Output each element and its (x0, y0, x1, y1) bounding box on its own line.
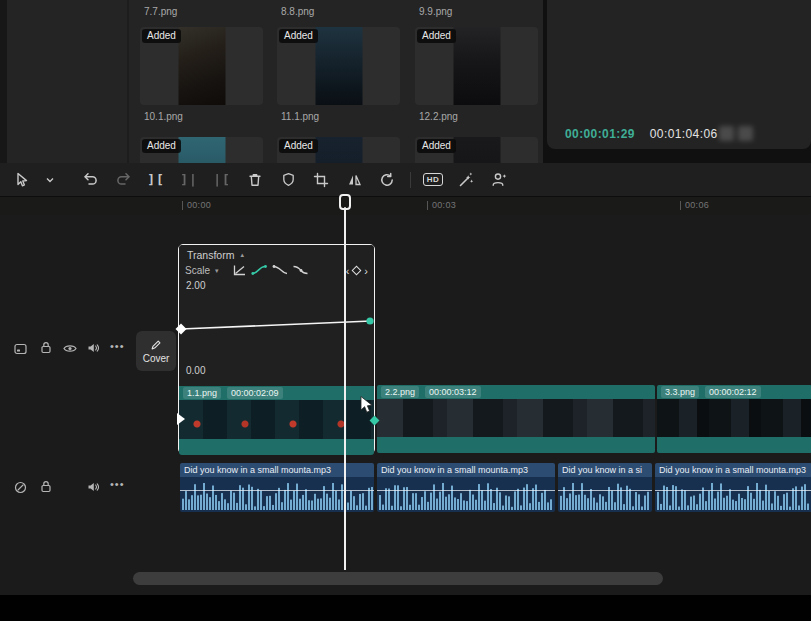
added-badge: Added (417, 139, 456, 153)
redo-button[interactable] (110, 167, 136, 193)
media-panel-divider (127, 0, 129, 163)
next-keyframe-icon[interactable]: › (364, 266, 368, 276)
media-filename: 9.9.png (415, 4, 538, 19)
split-icon[interactable]: ][ (143, 167, 169, 193)
lock-icon[interactable] (40, 341, 52, 354)
audio-clip-label: Did you know in a si (558, 463, 652, 477)
thumbnail-image (178, 137, 225, 163)
horizontal-scrollbar[interactable] (133, 572, 663, 585)
bottom-strip (0, 595, 811, 621)
timecode-row: 00:00:01:29 00:01:04:06 (565, 127, 718, 141)
thumbnail-image (315, 137, 362, 163)
video-clip[interactable]: 2.2.png00:00:03:12 (377, 385, 655, 453)
audio-waveform (655, 477, 811, 512)
playhead-handle[interactable] (339, 194, 351, 210)
timeline: 00:0000:0300:06 ••• Cover ••• (0, 197, 811, 595)
video-track: 2.2.png00:00:03:123.3.png00:00:02:12 (0, 385, 811, 453)
mouse-cursor (360, 396, 376, 414)
playhead-line[interactable] (344, 207, 346, 570)
mask-icon[interactable] (275, 167, 301, 193)
keyframe-start-diamond (176, 324, 187, 335)
delete-icon[interactable] (242, 167, 268, 193)
audio-clip-label: Did you know in a small mounta.mp3 (377, 463, 555, 477)
rotate-icon[interactable] (374, 167, 400, 193)
mirror-icon[interactable] (341, 167, 367, 193)
media-thumbnail-card[interactable]: Added (140, 137, 263, 163)
media-library-panel: 7.7.pngAdded8.8.pngAdded9.9.pngAdded10.1… (0, 0, 543, 163)
audio-track: Did you know in a small mounta.mp3Did yo… (0, 463, 811, 512)
audio-clip[interactable]: Did you know in a small mounta.mp3 (655, 463, 811, 512)
clip-thumbnails (377, 399, 655, 437)
transform-panel-title: Transform (187, 249, 234, 261)
curve-ease-in-icon[interactable] (292, 264, 309, 277)
track-more-icon[interactable]: ••• (110, 340, 125, 352)
media-thumbnail-card[interactable]: Added (277, 27, 400, 105)
total-timecode: 00:01:04:06 (650, 127, 718, 141)
watermark (719, 126, 753, 141)
clip-name: 3.3.png (661, 386, 699, 398)
media-filename: 11.1.png (277, 109, 400, 124)
curve-linear-icon[interactable] (232, 264, 248, 277)
current-timecode: 00:00:01:29 (565, 127, 635, 141)
track-type-video-icon (14, 343, 27, 355)
eye-icon[interactable] (63, 343, 77, 354)
media-filename: 12.2.png (415, 109, 538, 124)
clip-duration: 00:00:02:12 (705, 386, 761, 398)
curve-ease-in-out-icon[interactable] (251, 264, 269, 277)
hd-badge: HD (423, 173, 444, 186)
trim-handle-left[interactable] (177, 413, 191, 425)
video-editor-app: 7.7.pngAdded8.8.pngAdded9.9.pngAdded10.1… (0, 0, 811, 621)
clip-name: 2.2.png (381, 386, 419, 398)
toolbar-divider (410, 172, 411, 188)
clip-duration: 00:00:02:09 (227, 387, 283, 399)
delete-left-icon[interactable]: ]| (176, 167, 202, 193)
thumbnail-image (315, 27, 362, 105)
media-thumbnail-card[interactable]: Added (140, 27, 263, 105)
property-selector[interactable]: Scale (185, 265, 210, 276)
clip-duration: 00:00:03:12 (425, 386, 481, 398)
audio-clip[interactable]: Did you know in a si (558, 463, 652, 512)
added-badge: Added (417, 29, 456, 43)
curve-ease-out-icon[interactable] (272, 264, 289, 277)
ruler-tick: 00:03 (427, 200, 456, 210)
select-tool-dropdown[interactable] (42, 167, 57, 193)
add-keyframe-icon[interactable] (352, 266, 362, 276)
property-dropdown-icon[interactable]: ▾ (215, 267, 219, 275)
audio-waveform (558, 477, 652, 512)
media-filename: 10.1.png (140, 109, 263, 124)
cover-button[interactable]: Cover (136, 331, 176, 371)
audio-clip[interactable]: Did you know in a small mounta.mp3 (377, 463, 555, 512)
ruler-tick: 00:00 (182, 200, 211, 210)
media-thumbnail-card[interactable]: Added (415, 137, 538, 163)
clip-thumbnails (657, 399, 811, 437)
added-badge: Added (142, 139, 181, 153)
audio-waveform (377, 477, 555, 512)
media-filename: 8.8.png (277, 4, 400, 19)
media-thumbnail-card[interactable]: Added (415, 27, 538, 105)
collapse-caret-icon[interactable]: ▴ (240, 251, 244, 259)
added-badge: Added (279, 139, 318, 153)
cover-button-label: Cover (143, 353, 170, 364)
undo-button[interactable] (77, 167, 103, 193)
prev-keyframe-icon[interactable]: ‹ (346, 266, 350, 276)
crop-icon[interactable] (308, 167, 334, 193)
smart-hd-button[interactable]: HD (420, 167, 446, 193)
preview-panel: 00:00:01:29 00:01:04:06 (547, 0, 811, 149)
timeline-ruler[interactable]: 00:0000:0300:06 (0, 197, 811, 215)
added-badge: Added (142, 29, 181, 43)
video-clip[interactable]: 3.3.png00:00:02:12 (657, 385, 811, 453)
select-tool-button[interactable] (9, 167, 35, 193)
top-section: 7.7.pngAdded8.8.pngAdded9.9.pngAdded10.1… (0, 0, 811, 163)
media-filename: 7.7.png (140, 4, 263, 19)
thumbnail-image (453, 27, 500, 105)
character-icon[interactable] (486, 167, 512, 193)
pencil-icon (150, 339, 162, 351)
thumbnail-image (178, 27, 225, 105)
timeline-toolbar: ][ ]| |[ HD (0, 163, 811, 197)
mute-speaker-icon[interactable] (87, 342, 100, 354)
delete-right-icon[interactable]: |[ (209, 167, 235, 193)
keyframe-end-point (366, 317, 373, 324)
audio-clip-label: Did you know in a small mounta.mp3 (655, 463, 811, 477)
media-thumbnail-card[interactable]: Added (277, 137, 400, 163)
enhance-wand-icon[interactable] (453, 167, 479, 193)
